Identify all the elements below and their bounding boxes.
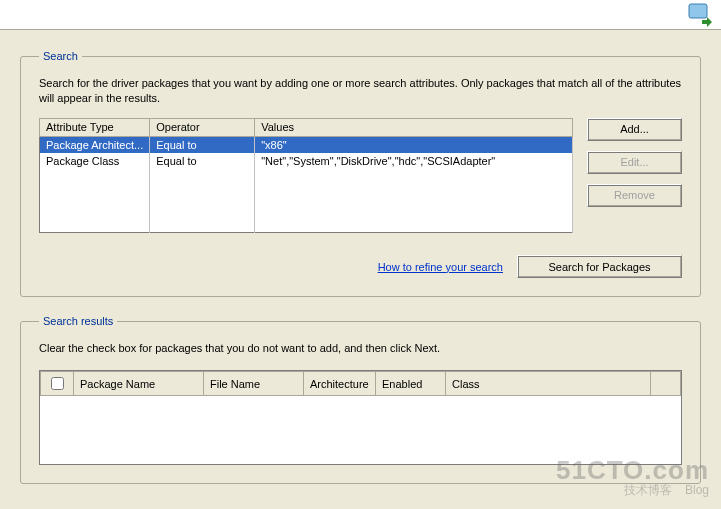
- header-icon: [687, 3, 713, 29]
- cell-values: [255, 169, 573, 185]
- col-header-attribute[interactable]: Attribute Type: [40, 118, 150, 136]
- cell-operator: [150, 169, 255, 185]
- col-header-class[interactable]: Class: [446, 372, 651, 396]
- table-row[interactable]: Package ClassEqual to"Net","System","Dis…: [40, 153, 573, 169]
- cell-values: [255, 201, 573, 217]
- cell-attribute: [40, 201, 150, 217]
- svg-rect-0: [689, 4, 707, 18]
- cell-operator: [150, 185, 255, 201]
- search-instructions: Search for the driver packages that you …: [39, 76, 682, 106]
- col-header-values[interactable]: Values: [255, 118, 573, 136]
- attribute-table-wrap: Attribute Type Operator Values Package A…: [39, 118, 573, 234]
- cell-attribute: Package Class: [40, 153, 150, 169]
- attribute-table[interactable]: Attribute Type Operator Values Package A…: [39, 118, 573, 234]
- col-header-tail: [651, 372, 681, 396]
- table-row[interactable]: Package Architect...Equal to"x86": [40, 136, 573, 153]
- cell-attribute: [40, 217, 150, 233]
- search-legend: Search: [39, 50, 82, 62]
- cell-operator: Equal to: [150, 153, 255, 169]
- add-button[interactable]: Add...: [587, 118, 682, 141]
- cell-values: [255, 217, 573, 233]
- dialog-content: Search Search for the driver packages th…: [0, 30, 721, 509]
- table-row: [40, 185, 573, 201]
- col-header-checkbox[interactable]: [41, 372, 74, 396]
- header-bar: [0, 0, 721, 30]
- search-group: Search Search for the driver packages th…: [20, 50, 701, 297]
- table-row: [40, 169, 573, 185]
- results-group: Search results Clear the check box for p…: [20, 315, 701, 484]
- cell-attribute: [40, 169, 150, 185]
- remove-button[interactable]: Remove: [587, 184, 682, 207]
- edit-button[interactable]: Edit...: [587, 151, 682, 174]
- attribute-buttons: Add... Edit... Remove: [587, 118, 682, 234]
- cell-operator: [150, 217, 255, 233]
- results-instructions: Clear the check box for packages that yo…: [39, 341, 682, 356]
- search-for-packages-button[interactable]: Search for Packages: [517, 255, 682, 278]
- col-header-operator[interactable]: Operator: [150, 118, 255, 136]
- table-row: [40, 201, 573, 217]
- cell-operator: Equal to: [150, 136, 255, 153]
- results-table-wrap: Package Name File Name Architecture Enab…: [39, 370, 682, 465]
- refine-search-link[interactable]: How to refine your search: [378, 261, 503, 273]
- cell-attribute: Package Architect...: [40, 136, 150, 153]
- cell-values: "Net","System","DiskDrive","hdc","SCSIAd…: [255, 153, 573, 169]
- col-header-file-name[interactable]: File Name: [204, 372, 304, 396]
- col-header-package-name[interactable]: Package Name: [74, 372, 204, 396]
- cell-attribute: [40, 185, 150, 201]
- results-table[interactable]: Package Name File Name Architecture Enab…: [40, 371, 681, 396]
- col-header-architecture[interactable]: Architecture: [304, 372, 376, 396]
- col-header-enabled[interactable]: Enabled: [376, 372, 446, 396]
- cell-values: "x86": [255, 136, 573, 153]
- cell-operator: [150, 201, 255, 217]
- cell-values: [255, 185, 573, 201]
- results-legend: Search results: [39, 315, 117, 327]
- select-all-checkbox[interactable]: [51, 377, 64, 390]
- table-row: [40, 217, 573, 233]
